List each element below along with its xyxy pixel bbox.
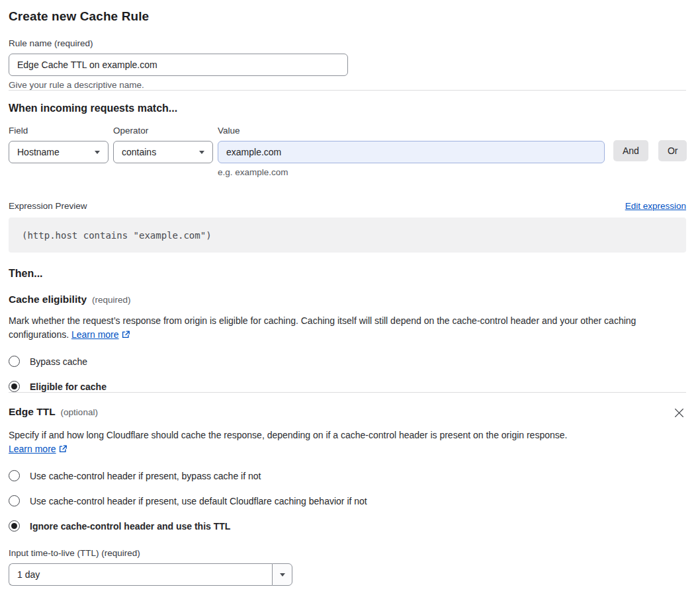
match-row: Field Hostname Operator contains Value e… (9, 126, 686, 177)
radio-use-header-bypass[interactable]: Use cache-control header if present, byp… (9, 470, 686, 481)
edge-ttl-learn-more-link[interactable]: Learn more (9, 444, 56, 454)
expression-preview-label: Expression Preview (9, 201, 87, 211)
chevron-down-icon (280, 573, 285, 577)
radio-icon (9, 381, 20, 392)
ttl-dropdown-button[interactable] (272, 563, 292, 586)
cache-eligibility-section: Cache eligibility (required) Mark whethe… (9, 294, 686, 392)
radio-use-header-default[interactable]: Use cache-control header if present, use… (9, 495, 686, 506)
external-link-icon (58, 444, 67, 454)
edge-ttl-header: Edge TTL (optional) (9, 406, 686, 420)
andor-group: And Or (613, 140, 687, 161)
value-input[interactable] (218, 141, 605, 163)
cache-eligibility-header: Cache eligibility (required) (9, 294, 686, 305)
radio-icon (9, 495, 20, 506)
close-icon (674, 407, 685, 419)
cache-eligibility-title: Cache eligibility (9, 294, 87, 305)
ttl-group: Input time-to-live (TTL) (required) (9, 548, 686, 586)
external-link-icon (121, 330, 130, 339)
operator-select-value: contains (122, 147, 156, 157)
edge-ttl-description-text: Specify if and how long Cloudflare shoul… (9, 430, 567, 440)
cache-eligibility-description: Mark whether the request’s response from… (9, 314, 686, 342)
chevron-down-icon (199, 151, 204, 154)
radio-label: Bypass cache (30, 356, 87, 367)
edge-ttl-qualifier: (optional) (61, 407, 98, 417)
radio-label: Ignore cache-control header and use this… (30, 521, 230, 532)
ttl-input[interactable] (9, 563, 272, 586)
expression-code-box: (http.host contains "example.com") (9, 218, 686, 253)
divider (9, 392, 686, 393)
divider (9, 90, 686, 91)
edge-ttl-description: Specify if and how long Cloudflare shoul… (9, 428, 568, 456)
radio-ignore-header-use-ttl[interactable]: Ignore cache-control header and use this… (9, 520, 686, 532)
rule-name-label: Rule name (required) (9, 38, 686, 48)
radio-label: Eligible for cache (30, 381, 107, 392)
and-button[interactable]: And (613, 140, 648, 161)
radio-icon (9, 470, 20, 481)
field-select[interactable]: Hostname (9, 141, 109, 163)
ttl-label: Input time-to-live (TTL) (required) (9, 548, 686, 558)
cache-eligibility-learn-more-link[interactable]: Learn more (71, 329, 119, 340)
edge-ttl-title: Edge TTL (9, 406, 56, 418)
chevron-down-icon (95, 151, 100, 154)
operator-select[interactable]: contains (113, 141, 213, 163)
field-select-value: Hostname (17, 147, 60, 157)
field-column: Field Hostname (9, 126, 109, 163)
radio-icon (9, 356, 20, 367)
radio-eligible-for-cache[interactable]: Eligible for cache (9, 381, 686, 392)
value-column: Value e.g. example.com (218, 126, 605, 177)
ttl-combobox (9, 563, 292, 586)
close-edge-ttl-button[interactable] (672, 406, 686, 420)
edge-ttl-section: Edge TTL (optional) Specify if and how l… (9, 406, 686, 586)
radio-label: Use cache-control header if present, byp… (30, 471, 261, 481)
operator-column: Operator contains (113, 126, 213, 163)
expression-code: (http.host contains "example.com") (22, 230, 212, 241)
value-label: Value (218, 126, 605, 136)
operator-label: Operator (113, 126, 213, 136)
rule-name-group: Rule name (required) Give your rule a de… (9, 38, 686, 90)
radio-label: Use cache-control header if present, use… (30, 496, 367, 506)
page-title: Create new Cache Rule (9, 9, 686, 24)
expression-header: Expression Preview Edit expression (9, 201, 686, 211)
match-section-heading: When incoming requests match... (9, 102, 686, 114)
radio-icon (9, 520, 20, 532)
cache-eligibility-qualifier: (required) (92, 295, 131, 305)
edit-expression-link[interactable]: Edit expression (625, 201, 686, 211)
or-button[interactable]: Or (658, 140, 687, 161)
value-help: e.g. example.com (218, 167, 605, 177)
radio-bypass-cache[interactable]: Bypass cache (9, 356, 686, 367)
field-label: Field (9, 126, 109, 136)
rule-name-input[interactable] (9, 54, 348, 76)
then-heading: Then... (9, 268, 686, 280)
rule-name-help: Give your rule a descriptive name. (9, 80, 686, 90)
